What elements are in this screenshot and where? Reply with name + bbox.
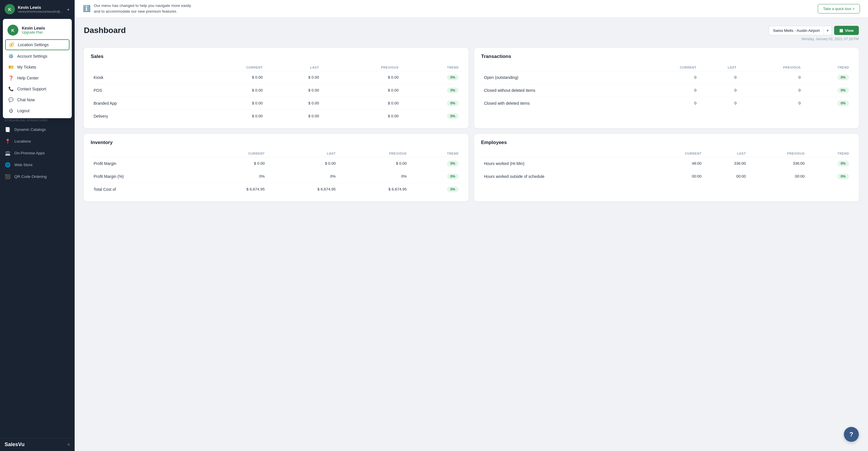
sidebar-item-on-premise-apps[interactable]: 💻 On-Premise Apps [0, 147, 74, 159]
emp-col-previous: PREVIOUS [749, 150, 807, 157]
dropdown-item-label: Account Settings [17, 54, 48, 59]
app-icon: 💻 [5, 150, 11, 156]
chevron-up-icon: ▲ [67, 7, 70, 11]
dropdown-item-contact-support[interactable]: 📞 Contact Support [3, 84, 72, 94]
sidebar-footer: SalesVu < [0, 438, 74, 451]
banner-text: Our menu has changed to help you navigat… [94, 3, 191, 14]
row-label: Hours worked outside of schedule [481, 170, 648, 183]
dashboard-header: Dashboard Swiss Melts - Austin Airport ▾… [84, 26, 859, 41]
banner-message: ℹ️ Our menu has changed to help you navi… [83, 3, 191, 14]
table-row: POS $ 0.00 $ 0.00 $ 0.00 0% [91, 84, 462, 97]
cards-grid: Sales CURRENT LAST PREVIOUS TREND Kiosk … [84, 48, 859, 201]
row-current: 0 [638, 71, 699, 84]
dropdown-item-help-center[interactable]: ❓ Help Center [3, 73, 72, 84]
row-label: POS [91, 84, 189, 97]
row-previous: $ 0.00 [322, 109, 402, 123]
logout-icon: ⏻ [8, 108, 14, 113]
row-last: $ 0.00 [266, 97, 322, 109]
help-icon: ❓ [8, 75, 14, 80]
dropdown-upgrade-label[interactable]: Upgrade Plan [22, 30, 45, 34]
qr-code-icon: ⬛ [5, 174, 11, 179]
row-current: 0% [197, 170, 268, 183]
dropdown-item-label: My Tickets [17, 65, 36, 69]
row-current: $ 0.00 [189, 97, 266, 109]
catalogs-icon: 📑 [5, 127, 11, 132]
row-last: 0 [699, 97, 739, 109]
row-label: Hours worked (Hr:Min) [481, 157, 648, 170]
table-row: Closed with deleted items 0 0 0 0% [481, 97, 852, 109]
row-last: 0 [699, 84, 739, 97]
sales-col-trend: TREND [402, 64, 462, 71]
dropdown-item-logout[interactable]: ⏻ Logout [3, 105, 72, 116]
row-label: Closed with deleted items [481, 97, 638, 109]
dropdown-item-chat-now[interactable]: 💬 Chat Now [3, 94, 72, 105]
sidebar-header[interactable]: K Kevin Lewis raineystreetrestaurantaust… [0, 0, 74, 19]
sidebar-item-web-store[interactable]: 🌐 Web Store [0, 159, 74, 171]
dropdown-item-label: Location Settings [18, 42, 49, 47]
info-icon: ℹ️ [83, 5, 90, 12]
grid-icon: ▦ [839, 28, 843, 33]
dashboard-header-right: Swiss Melts - Austin Airport ▾ ▦ View Mo… [769, 26, 859, 41]
sales-col-label [91, 64, 189, 71]
sidebar-item-locations[interactable]: 📍 Locations [0, 135, 74, 147]
dropdown-user-header: K Kevin Lewis Upgrade Plan [3, 21, 72, 39]
row-trend: 0% [807, 157, 852, 170]
row-previous: 00:00 [749, 170, 807, 183]
row-label: Branded App [91, 97, 189, 109]
take-quick-tour-button[interactable]: Take a quick tour > [818, 4, 860, 13]
row-last: 0 [699, 71, 739, 84]
row-previous: 336:00 [749, 157, 807, 170]
trans-col-previous: PREVIOUS [739, 64, 803, 71]
trans-col-trend: TREND [803, 64, 852, 71]
dropdown-item-location-settings[interactable]: 🧭 Location Settings [5, 39, 69, 50]
row-label: Kiosk [91, 71, 189, 84]
row-trend: 0% [402, 84, 462, 97]
row-current: $ 0.00 [189, 71, 266, 84]
page-title: Dashboard [84, 26, 126, 35]
employees-card-title: Employees [481, 140, 852, 146]
location-dropdown-chevron[interactable]: ▾ [824, 26, 832, 35]
view-button[interactable]: ▦ View [834, 26, 859, 35]
inv-col-label [91, 150, 197, 157]
sidebar-item-dynamic-catalogs[interactable]: 📑 Dynamic Catalogs [0, 124, 74, 135]
row-label: Closed without deleted items [481, 84, 638, 97]
employees-card: Employees CURRENT LAST PREVIOUS TREND Ho… [474, 134, 859, 201]
web-store-icon: 🌐 [5, 162, 11, 167]
sidebar-collapse-button[interactable]: < [67, 442, 70, 447]
dropdown-item-my-tickets[interactable]: 🎫 My Tickets [3, 62, 72, 73]
row-last: $ 0.00 [266, 109, 322, 123]
table-row: Open (outstanding) 0 0 0 0% [481, 71, 852, 84]
row-last: $ 0.00 [266, 84, 322, 97]
inventory-card: Inventory CURRENT LAST PREVIOUS TREND Pr… [84, 134, 468, 201]
dropdown-username: Kevin Lewis [22, 26, 45, 30]
trans-col-last: LAST [699, 64, 739, 71]
row-trend: 0% [402, 71, 462, 84]
table-row: Total Cost of $ 6,674.95 $ 6,674.95 $ 6,… [91, 183, 462, 196]
inv-col-previous: PREVIOUS [339, 150, 410, 157]
row-previous: $ 0.00 [322, 97, 402, 109]
sales-col-current: CURRENT [189, 64, 266, 71]
row-current: $ 0.00 [189, 84, 266, 97]
row-current: 00:00 [648, 170, 704, 183]
row-last: 336:00 [704, 157, 749, 170]
sidebar-item-qr-code-ordering[interactable]: ⬛ QR Code Ordering [0, 171, 74, 183]
row-trend: 0% [803, 97, 852, 109]
table-row: Hours worked (Hr:Min) 48:00 336:00 336:0… [481, 157, 852, 170]
row-current: $ 0.00 [189, 109, 266, 123]
row-trend: 0% [807, 170, 852, 183]
row-trend: 0% [410, 170, 462, 183]
table-row: Closed without deleted items 0 0 0 0% [481, 84, 852, 97]
row-current: 48:00 [648, 157, 704, 170]
row-trend: 0% [410, 183, 462, 196]
row-last: $ 0.00 [266, 71, 322, 84]
emp-col-last: LAST [704, 150, 749, 157]
help-fab-button[interactable]: ? [844, 427, 859, 442]
table-row: Profit Margin $ 0.00 $ 0.00 $ 0.00 0% [91, 157, 462, 170]
location-selector-button[interactable]: Swiss Melts - Austin Airport [769, 26, 824, 35]
user-dropdown-menu: K Kevin Lewis Upgrade Plan 🧭 Location Se… [3, 19, 72, 118]
row-current: $ 0.00 [197, 157, 268, 170]
dropdown-item-account-settings[interactable]: ⚙️ Account Settings [3, 51, 72, 62]
transactions-card: Transactions CURRENT LAST PREVIOUS TREND… [474, 48, 859, 128]
row-label: Profit Margin [91, 157, 197, 170]
row-current: 0 [638, 97, 699, 109]
